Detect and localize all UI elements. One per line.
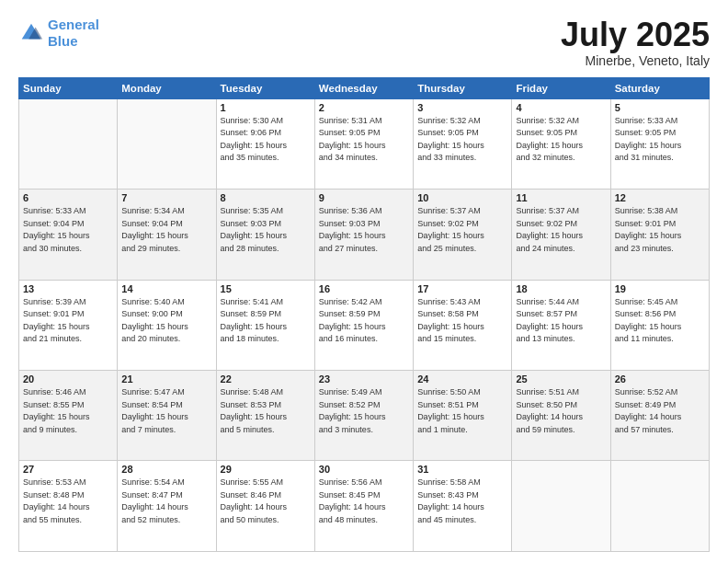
day-info: Sunrise: 5:43 AM Sunset: 8:58 PM Dayligh…: [417, 296, 507, 346]
table-row: 13Sunrise: 5:39 AM Sunset: 9:01 PM Dayli…: [19, 280, 118, 370]
day-info: Sunrise: 5:31 AM Sunset: 9:05 PM Dayligh…: [319, 115, 409, 165]
day-number: 26: [615, 373, 705, 385]
header: General Blue July 2025 Minerbe, Veneto, …: [18, 17, 710, 68]
table-row: [19, 98, 118, 189]
table-row: 29Sunrise: 5:55 AM Sunset: 8:46 PM Dayli…: [216, 461, 314, 552]
col-saturday: Saturday: [610, 77, 709, 98]
day-number: 23: [319, 373, 409, 385]
day-number: 27: [23, 464, 113, 475]
day-number: 25: [516, 373, 606, 385]
day-number: 30: [319, 464, 409, 475]
col-friday: Friday: [512, 77, 610, 98]
day-number: 8: [221, 192, 311, 203]
week-row-2: 6Sunrise: 5:33 AM Sunset: 9:04 PM Daylig…: [19, 190, 710, 280]
logo-line2: Blue: [48, 33, 78, 49]
logo-text: General Blue: [48, 17, 99, 50]
day-info: Sunrise: 5:54 AM Sunset: 8:47 PM Dayligh…: [121, 477, 211, 526]
week-row-4: 20Sunrise: 5:46 AM Sunset: 8:55 PM Dayli…: [19, 371, 710, 461]
day-info: Sunrise: 5:51 AM Sunset: 8:50 PM Dayligh…: [516, 386, 606, 436]
day-number: 19: [615, 283, 705, 294]
day-number: 12: [615, 192, 705, 203]
week-row-5: 27Sunrise: 5:53 AM Sunset: 8:48 PM Dayli…: [19, 461, 710, 552]
day-info: Sunrise: 5:48 AM Sunset: 8:53 PM Dayligh…: [221, 386, 311, 436]
table-row: 22Sunrise: 5:48 AM Sunset: 8:53 PM Dayli…: [216, 371, 314, 461]
day-info: Sunrise: 5:30 AM Sunset: 9:06 PM Dayligh…: [221, 115, 311, 165]
table-row: 5Sunrise: 5:33 AM Sunset: 9:05 PM Daylig…: [610, 98, 709, 189]
day-number: 28: [121, 464, 211, 475]
day-info: Sunrise: 5:50 AM Sunset: 8:51 PM Dayligh…: [417, 386, 507, 436]
table-row: 19Sunrise: 5:45 AM Sunset: 8:56 PM Dayli…: [610, 280, 709, 370]
table-row: 17Sunrise: 5:43 AM Sunset: 8:58 PM Dayli…: [414, 280, 512, 370]
table-row: 31Sunrise: 5:58 AM Sunset: 8:43 PM Dayli…: [414, 461, 512, 552]
day-number: 29: [221, 464, 311, 475]
day-number: 4: [516, 102, 606, 113]
col-sunday: Sunday: [19, 77, 118, 98]
day-number: 17: [417, 283, 507, 294]
day-info: Sunrise: 5:45 AM Sunset: 8:56 PM Dayligh…: [615, 296, 705, 346]
table-row: 8Sunrise: 5:35 AM Sunset: 9:03 PM Daylig…: [216, 190, 314, 280]
table-row: 20Sunrise: 5:46 AM Sunset: 8:55 PM Dayli…: [19, 371, 118, 461]
day-number: 16: [319, 283, 409, 294]
day-number: 2: [319, 102, 409, 113]
table-row: 2Sunrise: 5:31 AM Sunset: 9:05 PM Daylig…: [314, 98, 413, 189]
page: General Blue July 2025 Minerbe, Veneto, …: [0, 0, 728, 563]
day-number: 9: [319, 192, 409, 203]
table-row: 11Sunrise: 5:37 AM Sunset: 9:02 PM Dayli…: [512, 190, 610, 280]
table-row: [512, 461, 610, 552]
col-monday: Monday: [118, 77, 216, 98]
day-number: 6: [23, 192, 113, 203]
day-number: 15: [221, 283, 311, 294]
table-row: 3Sunrise: 5:32 AM Sunset: 9:05 PM Daylig…: [414, 98, 512, 189]
day-info: Sunrise: 5:37 AM Sunset: 9:02 PM Dayligh…: [516, 205, 606, 255]
col-tuesday: Tuesday: [216, 77, 314, 98]
day-info: Sunrise: 5:33 AM Sunset: 9:04 PM Dayligh…: [23, 205, 113, 255]
day-number: 1: [221, 102, 311, 113]
day-number: 5: [615, 102, 705, 113]
day-info: Sunrise: 5:42 AM Sunset: 8:59 PM Dayligh…: [319, 296, 409, 346]
day-info: Sunrise: 5:36 AM Sunset: 9:03 PM Dayligh…: [319, 205, 409, 255]
calendar-header-row: Sunday Monday Tuesday Wednesday Thursday…: [19, 77, 710, 98]
day-info: Sunrise: 5:55 AM Sunset: 8:46 PM Dayligh…: [221, 477, 311, 526]
week-row-1: 1Sunrise: 5:30 AM Sunset: 9:06 PM Daylig…: [19, 98, 710, 189]
day-info: Sunrise: 5:56 AM Sunset: 8:45 PM Dayligh…: [319, 477, 409, 526]
logo: General Blue: [18, 17, 99, 50]
table-row: 12Sunrise: 5:38 AM Sunset: 9:01 PM Dayli…: [610, 190, 709, 280]
title-block: July 2025 Minerbe, Veneto, Italy: [561, 17, 710, 68]
day-info: Sunrise: 5:34 AM Sunset: 9:04 PM Dayligh…: [121, 205, 211, 255]
table-row: 4Sunrise: 5:32 AM Sunset: 9:05 PM Daylig…: [512, 98, 610, 189]
table-row: 16Sunrise: 5:42 AM Sunset: 8:59 PM Dayli…: [314, 280, 413, 370]
table-row: [610, 461, 709, 552]
day-info: Sunrise: 5:58 AM Sunset: 8:43 PM Dayligh…: [417, 477, 507, 526]
day-info: Sunrise: 5:53 AM Sunset: 8:48 PM Dayligh…: [23, 477, 113, 526]
day-info: Sunrise: 5:38 AM Sunset: 9:01 PM Dayligh…: [615, 205, 705, 255]
logo-icon: [18, 20, 44, 46]
day-info: Sunrise: 5:44 AM Sunset: 8:57 PM Dayligh…: [516, 296, 606, 346]
table-row: 15Sunrise: 5:41 AM Sunset: 8:59 PM Dayli…: [216, 280, 314, 370]
table-row: 14Sunrise: 5:40 AM Sunset: 9:00 PM Dayli…: [118, 280, 216, 370]
table-row: 30Sunrise: 5:56 AM Sunset: 8:45 PM Dayli…: [314, 461, 413, 552]
day-info: Sunrise: 5:32 AM Sunset: 9:05 PM Dayligh…: [417, 115, 507, 165]
table-row: [118, 98, 216, 189]
day-info: Sunrise: 5:35 AM Sunset: 9:03 PM Dayligh…: [221, 205, 311, 255]
week-row-3: 13Sunrise: 5:39 AM Sunset: 9:01 PM Dayli…: [19, 280, 710, 370]
table-row: 23Sunrise: 5:49 AM Sunset: 8:52 PM Dayli…: [314, 371, 413, 461]
table-row: 18Sunrise: 5:44 AM Sunset: 8:57 PM Dayli…: [512, 280, 610, 370]
day-number: 20: [23, 373, 113, 385]
day-info: Sunrise: 5:46 AM Sunset: 8:55 PM Dayligh…: [23, 386, 113, 436]
day-number: 24: [417, 373, 507, 385]
day-number: 21: [121, 373, 211, 385]
table-row: 9Sunrise: 5:36 AM Sunset: 9:03 PM Daylig…: [314, 190, 413, 280]
table-row: 10Sunrise: 5:37 AM Sunset: 9:02 PM Dayli…: [414, 190, 512, 280]
day-info: Sunrise: 5:47 AM Sunset: 8:54 PM Dayligh…: [121, 386, 211, 436]
logo-line1: General: [48, 17, 99, 32]
col-thursday: Thursday: [414, 77, 512, 98]
day-info: Sunrise: 5:32 AM Sunset: 9:05 PM Dayligh…: [516, 115, 606, 165]
day-info: Sunrise: 5:39 AM Sunset: 9:01 PM Dayligh…: [23, 296, 113, 346]
day-number: 7: [121, 192, 211, 203]
location: Minerbe, Veneto, Italy: [561, 53, 710, 68]
month-title: July 2025: [561, 17, 710, 53]
table-row: 25Sunrise: 5:51 AM Sunset: 8:50 PM Dayli…: [512, 371, 610, 461]
day-number: 31: [417, 464, 507, 475]
day-number: 22: [221, 373, 311, 385]
day-number: 11: [516, 192, 606, 203]
